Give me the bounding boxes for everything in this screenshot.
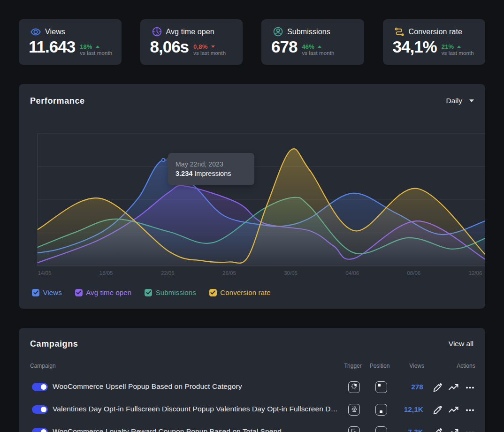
checkbox-checked-icon[interactable]	[209, 289, 217, 296]
position-dot	[380, 410, 382, 413]
stat-vs-label: vs last month	[442, 50, 474, 56]
range-select-value: Daily	[446, 97, 462, 105]
stat-vs-label: vs last month	[80, 50, 112, 56]
tooltip-value: 3.234	[176, 170, 192, 177]
position-badge-bottom-center	[375, 404, 387, 416]
performance-chart: 14/0518/0522/0526/0530/0504/0608/0612/06	[19, 84, 485, 309]
chart-x-labels: 14/0518/0522/0526/0530/0504/0608/0612/06	[38, 270, 482, 276]
stat-label: Conversion rate	[409, 28, 462, 36]
campaign-toggle[interactable]	[32, 383, 48, 391]
arrow-down-icon	[211, 45, 215, 48]
stats-row: Views 11.643 18% vs last month Avg time …	[19, 19, 485, 65]
campaign-name: Valentines Day Opt-in Fullscreen Discoun…	[53, 405, 339, 413]
campaign-toggle[interactable]	[32, 428, 48, 432]
stat-label: Avg time open	[166, 28, 214, 36]
edit-button[interactable]	[432, 427, 443, 432]
x-axis-label: 18/05	[99, 270, 113, 276]
legend-item-submissions[interactable]: Submissions	[145, 288, 196, 296]
chart-tooltip: May 22nd, 2023 3.234 Impressions	[168, 153, 254, 185]
stat-vs-label: vs last month	[302, 50, 334, 56]
stat-card-submissions: Submissions 678 46% vs last month	[261, 19, 364, 65]
legend-item-views[interactable]: Views	[32, 288, 62, 296]
column-campaign: Campaign	[30, 363, 56, 369]
campaign-toggle[interactable]	[32, 405, 48, 414]
stat-card-conversion-rate: Conversion rate 34,1% 21% vs last month	[383, 19, 486, 65]
campaign-name: WooCommerce Loyalty Reward Coupon Popup …	[53, 427, 282, 432]
x-axis-label: 08/06	[407, 270, 420, 276]
stats-button[interactable]	[448, 427, 459, 432]
campaign-views: 12,1K	[404, 405, 423, 414]
campaign-views: 7,3K	[408, 428, 423, 432]
chart-marker-dot	[162, 159, 165, 161]
stat-delta: 0,8%	[193, 43, 207, 50]
edit-button[interactable]	[432, 404, 443, 416]
toggle-knob	[41, 429, 46, 432]
stat-delta: 21%	[442, 43, 454, 50]
column-position: Position	[370, 363, 390, 369]
stat-label: Submissions	[287, 28, 330, 36]
campaign-row: WooCommerce Upsell Popup Based on Produc…	[19, 376, 485, 398]
stats-button[interactable]	[448, 382, 459, 393]
stats-button[interactable]	[448, 404, 459, 416]
range-select-dropdown[interactable]: Daily	[446, 97, 474, 105]
arrow-up-icon	[457, 45, 461, 48]
column-actions: Actions	[457, 363, 475, 369]
eye-appear-icon	[351, 405, 358, 415]
stat-delta: 46%	[302, 43, 314, 50]
chevron-down-icon	[469, 99, 474, 102]
stat-delta: 18%	[80, 43, 92, 50]
more-button[interactable]	[464, 404, 475, 416]
checkbox-checked-icon[interactable]	[32, 289, 39, 296]
trigger-type-badge	[348, 426, 360, 432]
x-axis-label: 26/05	[222, 270, 236, 276]
performance-panel: 14/0518/0522/0526/0530/0504/0608/0612/06…	[19, 84, 485, 309]
series-conversion-rate-area	[38, 149, 485, 266]
position-badge-bottom-left	[375, 426, 387, 432]
column-views: Views	[409, 363, 424, 369]
stat-value: 8,06s	[150, 38, 189, 56]
x-axis-label: 12/06	[469, 270, 482, 276]
legend-label: Conversion rate	[220, 288, 270, 296]
column-trigger: Trigger	[344, 363, 362, 369]
position-dot	[378, 384, 381, 387]
clock-icon	[152, 26, 162, 37]
campaigns-panel: Campaigns View all Campaign Trigger Posi…	[19, 328, 485, 432]
toggle-knob	[41, 407, 46, 412]
stat-label: Views	[45, 28, 65, 36]
x-axis-label: 22/05	[161, 270, 175, 276]
checkbox-checked-icon[interactable]	[75, 289, 83, 296]
campaigns-title: Campaigns	[30, 339, 78, 349]
performance-title: Performance	[30, 96, 85, 106]
x-axis-label: 30/05	[284, 270, 298, 276]
stat-value: 34,1%	[393, 38, 437, 56]
stat-vs-label: vs last month	[193, 50, 226, 56]
legend-label: Views	[43, 288, 62, 296]
legend-item-avg-time-open[interactable]: Avg time open	[75, 288, 131, 296]
x-axis-label: 04/06	[345, 270, 359, 276]
more-button[interactable]	[464, 382, 475, 393]
stat-card-views: Views 11.643 18% vs last month	[19, 19, 122, 65]
legend-label: Avg time open	[86, 288, 131, 296]
tooltip-date: May 22nd, 2023	[176, 160, 247, 168]
campaign-name: WooCommerce Upsell Popup Based on Produc…	[53, 382, 242, 391]
campaign-row: Valentines Day Opt-in Fullscreen Discoun…	[19, 398, 485, 421]
checkbox-checked-icon[interactable]	[145, 289, 152, 296]
chart-legend: Views Avg time open Submissions Conversi…	[32, 288, 271, 296]
trigger-type-badge	[348, 381, 360, 393]
arrow-up-icon	[96, 45, 99, 48]
campaigns-table-header: Campaign Trigger Position Views Actions	[19, 363, 485, 370]
tooltip-line: 3.234 Impressions	[176, 170, 247, 177]
toggle-knob	[41, 384, 46, 390]
campaign-views: 278	[411, 383, 423, 391]
element-click-icon	[351, 428, 358, 432]
edit-button[interactable]	[432, 382, 443, 393]
position-badge-top-left	[375, 381, 387, 393]
more-button[interactable]	[464, 427, 475, 432]
legend-label: Submissions	[156, 288, 196, 296]
legend-item-conversion-rate[interactable]: Conversion rate	[209, 288, 271, 296]
stat-card-avg-time-open: Avg time open 8,06s 0,8% vs last month	[140, 19, 243, 65]
user-circle-icon	[273, 26, 283, 37]
view-all-link[interactable]: View all	[449, 340, 473, 348]
eye-icon	[30, 26, 41, 38]
trigger-type-badge	[348, 404, 360, 416]
